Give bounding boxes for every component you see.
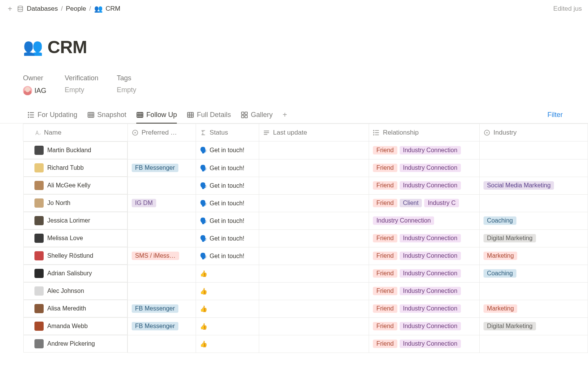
cell-preferred[interactable] — [127, 141, 196, 159]
cell-relationship[interactable]: FriendIndustry Connection — [369, 335, 480, 353]
cell-status[interactable]: 🗣️Get in touch! — [196, 159, 259, 177]
cell-name[interactable]: Alisa Meredith — [23, 300, 127, 317]
tags-value[interactable]: Empty — [117, 86, 136, 94]
cell-name[interactable]: Adrian Salisbury — [23, 265, 127, 282]
cell-last-update[interactable] — [259, 177, 369, 194]
cell-name[interactable]: Jo North — [23, 194, 127, 212]
col-header-preferred[interactable]: Preferred … — [127, 124, 196, 141]
cell-preferred[interactable] — [127, 265, 196, 282]
page-icon[interactable]: 👥 — [23, 39, 43, 55]
cell-last-update[interactable] — [259, 300, 369, 317]
table-row[interactable]: Ali McGee Kelly🗣️Get in touch!FriendIndu… — [23, 177, 588, 194]
cell-name[interactable]: Shelley Röstlund — [23, 247, 127, 265]
tab-full-details[interactable]: Full Details — [187, 111, 231, 124]
table-row[interactable]: Jessica Lorimer🗣️Get in touch!Industry C… — [23, 212, 588, 229]
cell-industry[interactable] — [480, 194, 588, 212]
breadcrumb-people[interactable]: People — [66, 5, 86, 13]
col-header-name[interactable]: Name — [23, 124, 128, 141]
cell-relationship[interactable]: FriendIndustry Connection — [369, 159, 480, 177]
filter-button[interactable]: Filter — [547, 111, 565, 123]
table-row[interactable]: Martin Buckland🗣️Get in touch!FriendIndu… — [23, 141, 588, 159]
page-title[interactable]: CRM — [47, 37, 87, 57]
cell-last-update[interactable] — [259, 229, 369, 247]
cell-industry[interactable] — [480, 159, 588, 177]
breadcrumb-crm[interactable]: CRM — [106, 5, 121, 13]
cell-industry[interactable] — [480, 335, 588, 353]
cell-industry[interactable]: Marketing — [480, 247, 588, 265]
table-row[interactable]: Andrew Pickering👍FriendIndustry Connecti… — [23, 335, 588, 353]
cell-industry[interactable]: Marketing — [480, 300, 588, 317]
cell-relationship[interactable]: FriendIndustry Connection — [369, 300, 480, 317]
cell-preferred[interactable] — [127, 212, 196, 229]
add-view-button[interactable]: + — [283, 111, 287, 123]
cell-industry[interactable]: Coaching — [480, 265, 588, 282]
cell-name[interactable]: Melissa Love — [23, 229, 127, 247]
table-row[interactable]: Alisa MeredithFB Messenger👍FriendIndustr… — [23, 300, 588, 317]
cell-relationship[interactable]: FriendIndustry Connection — [369, 265, 480, 282]
table-row[interactable]: Shelley RöstlundSMS / iMess…🗣️Get in tou… — [23, 247, 588, 265]
cell-name[interactable]: Richard Tubb — [23, 159, 127, 177]
table-row[interactable]: Jo NorthIG DM🗣️Get in touch!FriendClient… — [23, 194, 588, 212]
cell-preferred[interactable]: FB Messenger — [127, 159, 196, 177]
cell-relationship[interactable]: FriendIndustry Connection — [369, 282, 480, 300]
cell-last-update[interactable] — [259, 159, 369, 177]
cell-status[interactable]: 🗣️Get in touch! — [196, 247, 259, 265]
cell-name[interactable]: Jessica Lorimer — [23, 212, 127, 229]
tab-for-updating[interactable]: For Updating — [28, 111, 77, 124]
cell-status[interactable]: 👍 — [196, 317, 259, 335]
cell-last-update[interactable] — [259, 335, 369, 353]
cell-relationship[interactable]: Industry Connection — [369, 212, 480, 229]
table-row[interactable]: Adrian Salisbury👍FriendIndustry Connecti… — [23, 265, 588, 282]
cell-name[interactable]: Martin Buckland — [23, 141, 127, 159]
tab-snapshot[interactable]: Snapshot — [87, 111, 126, 124]
cell-relationship[interactable]: FriendIndustry Connection — [369, 247, 480, 265]
cell-industry[interactable] — [480, 282, 588, 300]
cell-last-update[interactable] — [259, 194, 369, 212]
cell-status[interactable]: 🗣️Get in touch! — [196, 141, 259, 159]
cell-preferred[interactable] — [127, 282, 196, 300]
cell-status[interactable]: 🗣️Get in touch! — [196, 212, 259, 229]
cell-last-update[interactable] — [259, 317, 369, 335]
cell-last-update[interactable] — [259, 265, 369, 282]
tab-follow-up[interactable]: Follow Up — [136, 111, 177, 124]
cell-status[interactable]: 🗣️Get in touch! — [196, 177, 259, 194]
cell-preferred[interactable] — [127, 177, 196, 194]
verification-value[interactable]: Empty — [65, 86, 98, 94]
cell-status[interactable]: 🗣️Get in touch! — [196, 229, 259, 247]
col-header-last-update[interactable]: Last update — [259, 124, 369, 141]
cell-relationship[interactable]: FriendIndustry Connection — [369, 317, 480, 335]
cell-relationship[interactable]: FriendClientIndustry C — [369, 194, 480, 212]
cell-preferred[interactable]: IG DM — [127, 194, 196, 212]
cell-preferred[interactable] — [127, 335, 196, 353]
cell-industry[interactable]: Digital Marketing — [480, 229, 588, 247]
cell-preferred[interactable]: SMS / iMess… — [127, 247, 196, 265]
cell-preferred[interactable]: FB Messenger — [127, 300, 196, 317]
table-row[interactable]: Alec Johnson👍FriendIndustry Connection — [23, 282, 588, 300]
cell-name[interactable]: Alec Johnson — [23, 282, 127, 300]
table-row[interactable]: Amanda WebbFB Messenger👍FriendIndustry C… — [23, 317, 588, 335]
cell-last-update[interactable] — [259, 247, 369, 265]
cell-last-update[interactable] — [259, 282, 369, 300]
cell-relationship[interactable]: FriendIndustry Connection — [369, 141, 480, 159]
cell-status[interactable]: 👍 — [196, 335, 259, 353]
owner-value[interactable]: IAG — [23, 86, 46, 95]
cell-industry[interactable]: Social Media Marketing — [480, 177, 588, 194]
cell-preferred[interactable] — [127, 229, 196, 247]
col-header-industry[interactable]: Industry — [480, 124, 588, 141]
col-header-relationship[interactable]: Relationship — [369, 124, 480, 141]
cell-last-update[interactable] — [259, 212, 369, 229]
cell-industry[interactable] — [480, 141, 588, 159]
add-page-icon[interactable]: + — [6, 5, 14, 13]
cell-name[interactable]: Ali McGee Kelly — [23, 177, 127, 194]
cell-industry[interactable]: Digital Marketing — [480, 317, 588, 335]
breadcrumb-databases[interactable]: Databases — [27, 5, 58, 13]
col-header-status[interactable]: Status — [196, 124, 259, 141]
cell-relationship[interactable]: FriendIndustry Connection — [369, 229, 480, 247]
cell-industry[interactable]: Coaching — [480, 212, 588, 229]
cell-name[interactable]: Amanda Webb — [23, 317, 127, 335]
cell-status[interactable]: 👍 — [196, 300, 259, 317]
table-row[interactable]: Melissa Love🗣️Get in touch!FriendIndustr… — [23, 229, 588, 247]
cell-status[interactable]: 👍 — [196, 282, 259, 300]
tab-gallery[interactable]: Gallery — [241, 111, 273, 124]
cell-preferred[interactable]: FB Messenger — [127, 317, 196, 335]
